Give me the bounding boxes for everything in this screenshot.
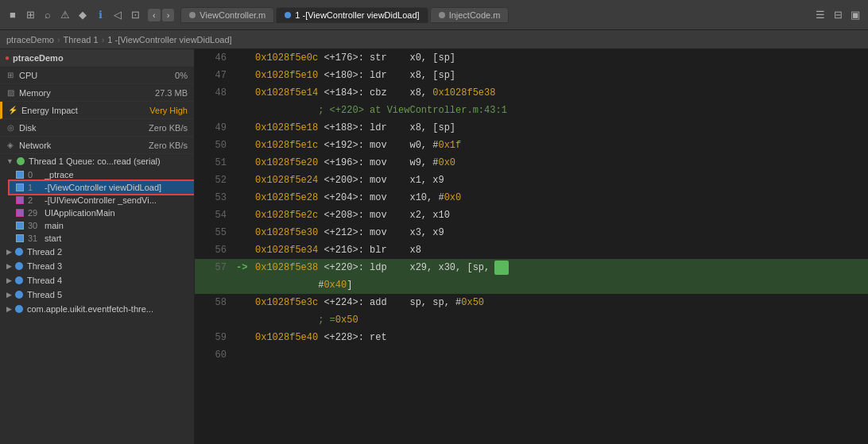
line-number: 51 (204, 157, 227, 168)
metric-network[interactable]: ◈ Network Zero KB/s (0, 137, 194, 154)
breadcrumb-item-2[interactable]: 1 -[ViewController viewDidLoad] (107, 35, 231, 44)
frame-31[interactable]: 31 start (10, 232, 194, 245)
code-line-13[interactable]: #0x40] (195, 276, 868, 294)
grid2-icon[interactable]: ⊡ (129, 9, 141, 21)
thread-6-header[interactable]: ▶ com.apple.uikit.eventfetch-thre... (0, 302, 194, 316)
stack-frames: 0 _ptrace 1 -[ViewController viewDidLoad… (0, 168, 194, 245)
lines-icon[interactable]: ☰ (814, 9, 827, 21)
code-line-14[interactable]: 58 0x1028f5e3c <+224>: add sp, sp, #0x50 (195, 294, 868, 311)
memory-icon: ▨ (5, 87, 16, 98)
frame-0-name: _ptrace (45, 170, 74, 180)
line-number: 50 (204, 140, 227, 151)
frame-30-num: 30 (28, 221, 41, 230)
line-content: 0x1028f5e40 <+228>: ret (255, 332, 387, 343)
metric-disk[interactable]: ◎ Disk Zero KB/s (0, 119, 194, 137)
tab-viewdidload[interactable]: 1 -[ViewController viewDidLoad] (276, 7, 428, 23)
code-line-12[interactable]: 57->0x1028f5e38 <+220>: ldp x29, x30, [s… (195, 259, 868, 276)
code-line-5[interactable]: 50 0x1028f5e1c <+192>: mov w0, #0x1f (195, 137, 868, 154)
line-number: 60 (204, 349, 227, 361)
tab-label-active: 1 -[ViewController viewDidLoad] (295, 10, 419, 20)
line-content: 0x1028f5e20 <+196>: mov w9, #0x0 (255, 157, 455, 168)
tab-injectcode-m[interactable]: InjectCode.m (430, 7, 510, 23)
code-line-7[interactable]: 52 0x1028f5e24 <+200>: mov x1, x9 (195, 172, 868, 189)
code-line-1[interactable]: 47 0x1028f5e10 <+180>: ldr x8, [sp] (195, 67, 868, 84)
breadcrumb-item-0[interactable]: ptraceDemo (6, 35, 54, 44)
cpu-icon: ⊞ (5, 70, 16, 81)
frame-31-num: 31 (28, 234, 41, 243)
tab-dot (189, 12, 196, 18)
search-icon[interactable]: ⌕ (41, 9, 54, 21)
thread-4-header[interactable]: ▶ Thread 4 (0, 273, 194, 288)
energy-value: Very High (149, 106, 188, 115)
line-number: 49 (204, 122, 227, 133)
frame-2[interactable]: 2 -[UIViewController _sendVi... (10, 194, 194, 207)
network-value: Zero KB/s (149, 141, 188, 150)
line-number: 47 (204, 70, 227, 81)
thread-5-label: Thread 5 (27, 290, 62, 299)
main-content: ● ptraceDemo ⊞ CPU 0% ▨ Memory 27.3 MB ⚡… (0, 49, 868, 444)
nav-forward-button[interactable]: › (162, 9, 175, 21)
line-arrow (236, 192, 255, 203)
line-arrow (236, 175, 255, 186)
thread-2-header[interactable]: ▶ Thread 2 (0, 245, 194, 259)
code-line-3[interactable]: ; <+220> at ViewController.m:43:1 (195, 102, 868, 119)
code-line-17[interactable]: 60 (195, 346, 868, 364)
code-line-6[interactable]: 51 0x1028f5e20 <+196>: mov w9, #0x0 (195, 154, 868, 172)
frame-2-icon (16, 196, 24, 204)
code-line-11[interactable]: 56 0x1028f5e34 <+216>: blr x8 (195, 241, 868, 259)
line-number: 58 (204, 297, 227, 308)
code-line-15[interactable]: ; =0x50 (195, 311, 868, 329)
info-icon[interactable]: ℹ (94, 9, 107, 21)
disk-value: Zero KB/s (149, 123, 188, 133)
cpu-value: 0% (175, 71, 188, 80)
energy-icon: ⚡ (7, 105, 18, 116)
frame-0-num: 0 (28, 170, 41, 180)
code-line-4[interactable]: 49 0x1028f5e18 <+188>: ldr x8, [sp] (195, 119, 868, 137)
breadcrumb-item-1[interactable]: Thread 1 (64, 35, 99, 44)
code-line-2[interactable]: 48 0x1028f5e14 <+184>: cbz x8, 0x1028f5e… (195, 84, 868, 102)
thread-1-header[interactable]: ▼ Thread 1 Queue: co...read (serial) (0, 154, 194, 168)
line-number: 57 (204, 262, 227, 273)
tag-icon[interactable]: ◁ (111, 9, 124, 21)
line-arrow (236, 315, 255, 326)
code-line-10[interactable]: 55 0x1028f5e30 <+212>: mov x3, x9 (195, 224, 868, 241)
disk-icon: ◎ (5, 122, 16, 133)
code-area[interactable]: 46 0x1028f5e0c <+176>: str x0, [sp]47 0x… (195, 49, 868, 444)
split-icon[interactable]: ⊟ (831, 9, 844, 21)
code-line-8[interactable]: 53 0x1028f5e28 <+204>: mov x10, #0x0 (195, 189, 868, 207)
network-label: Network (19, 141, 149, 150)
line-arrow (236, 227, 255, 238)
frame-29[interactable]: 29 UIApplicationMain (10, 207, 194, 219)
thread-5-header[interactable]: ▶ Thread 5 (0, 288, 194, 302)
thread-3-label: Thread 3 (27, 261, 62, 271)
sidebar-app-name: ● ptraceDemo (5, 53, 188, 63)
line-number: 54 (204, 210, 227, 221)
code-line-0[interactable]: 46 0x1028f5e0c <+176>: str x0, [sp] (195, 49, 868, 67)
toolbar-nav: ‹ › (148, 9, 174, 21)
thread-4-label: Thread 4 (27, 276, 62, 285)
thread-3-header[interactable]: ▶ Thread 3 (0, 259, 194, 273)
metric-cpu[interactable]: ⊞ CPU 0% (0, 67, 194, 84)
warning-icon[interactable]: ⚠ (59, 9, 72, 21)
record-dot: ● (5, 53, 10, 62)
nav-back-button[interactable]: ‹ (148, 9, 161, 21)
thread-2-dot (15, 248, 23, 256)
code-line-16[interactable]: 59 0x1028f5e40 <+228>: ret (195, 329, 868, 346)
frame-31-name: start (45, 234, 61, 243)
metric-memory[interactable]: ▨ Memory 27.3 MB (0, 84, 194, 102)
frame-0[interactable]: 0 _ptrace (10, 168, 194, 181)
tab-viewcontroller-m[interactable]: ViewController.m (180, 7, 274, 23)
frame-1[interactable]: 1 -[ViewController viewDidLoad] (10, 181, 194, 194)
metric-energy[interactable]: ⚡ Energy Impact Very High (0, 102, 194, 119)
stop-icon[interactable]: ■ (6, 9, 19, 21)
line-number: 56 (204, 245, 227, 256)
bookmark-icon[interactable]: ◆ (76, 9, 89, 21)
tab-label: ViewController.m (200, 10, 265, 20)
line-number: 46 (204, 52, 227, 64)
code-line-9[interactable]: 54 0x1028f5e2c <+208>: mov x2, x10 (195, 207, 868, 224)
green-indicator-button[interactable] (494, 261, 509, 275)
frame-30[interactable]: 30 main (10, 219, 194, 232)
frame-2-num: 2 (28, 195, 41, 205)
panel-icon[interactable]: ▣ (849, 9, 862, 21)
grid-icon[interactable]: ⊞ (24, 9, 37, 21)
